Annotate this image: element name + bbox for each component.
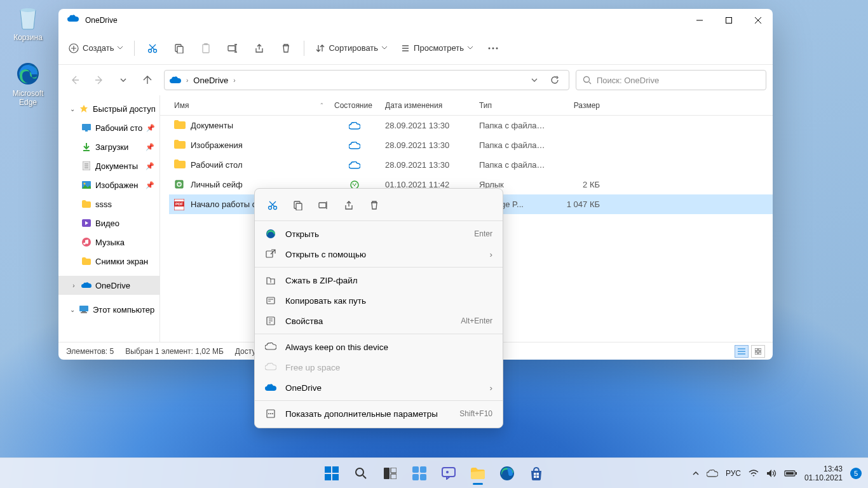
cm-copy-button[interactable]	[288, 195, 308, 215]
cm-always-keep[interactable]: Always keep on this device	[255, 337, 503, 357]
sidebar-item-screenshots[interactable]: Снимки экран	[58, 252, 159, 271]
widgets-button[interactable]	[407, 461, 432, 486]
back-button[interactable]	[65, 70, 85, 90]
sidebar-this-pc[interactable]: ⌄ Этот компьютер	[58, 300, 159, 319]
minimize-button[interactable]	[685, 10, 714, 30]
tray-battery[interactable]	[784, 470, 797, 477]
cm-onedrive[interactable]: OneDrive ›	[255, 377, 503, 398]
cm-properties[interactable]: Свойства Alt+Enter	[255, 311, 503, 331]
notifications-badge[interactable]: 5	[850, 468, 862, 479]
cm-delete-button[interactable]	[364, 195, 384, 215]
sort-button[interactable]: Сортировать	[309, 37, 393, 60]
sidebar-item-documents[interactable]: Документы📌	[58, 156, 159, 175]
start-button[interactable]	[319, 461, 344, 486]
up-button[interactable]	[137, 70, 158, 90]
file-row[interactable]: Документы 28.09.2021 13:30 Папка с файла…	[169, 116, 773, 135]
sidebar-item-pictures[interactable]: Изображен📌	[58, 175, 159, 194]
sidebar-item-desktop[interactable]: Рабочий сто📌	[58, 118, 159, 137]
sort-indicator-icon: ⌃	[320, 102, 324, 108]
view-button[interactable]: Просмотреть	[395, 37, 479, 60]
copy-icon	[174, 43, 184, 53]
recent-button[interactable]	[113, 70, 133, 90]
store-button[interactable]	[524, 461, 549, 486]
breadcrumb-item[interactable]: OneDrive	[193, 76, 228, 85]
thumbnails-view-button[interactable]	[751, 345, 765, 358]
svg-rect-100	[537, 475, 539, 478]
details-view-button[interactable]	[735, 345, 749, 358]
sidebar-item-videos[interactable]: Видео	[58, 214, 159, 233]
tray-volume[interactable]	[766, 469, 776, 478]
cm-open-with[interactable]: Открыть с помощью ›	[255, 244, 503, 264]
desktop-icon-recycle-bin[interactable]: Корзина	[5, 5, 51, 42]
rename-button[interactable]	[220, 37, 245, 60]
svg-rect-91	[420, 466, 426, 473]
tray-clock[interactable]: 13:43 01.10.2021	[804, 464, 843, 482]
close-button[interactable]	[743, 10, 773, 30]
tray-language[interactable]: РУС	[726, 469, 741, 478]
cm-cut-button[interactable]	[262, 195, 283, 215]
separator	[255, 400, 503, 401]
desktop-icon-edge[interactable]: Microsoft Edge	[5, 61, 51, 107]
file-status	[329, 161, 380, 169]
share-button[interactable]	[247, 37, 272, 60]
column-name[interactable]: Имя⌃	[169, 101, 329, 110]
refresh-icon	[550, 76, 559, 85]
file-name: Рабочий стол	[191, 160, 243, 170]
svg-rect-87	[384, 468, 390, 479]
cm-open[interactable]: Открыть Enter	[255, 224, 503, 244]
delete-button[interactable]	[273, 37, 299, 60]
cm-copy-path[interactable]: Копировать как путь	[255, 290, 503, 311]
file-row[interactable]: Рабочий стол 28.09.2021 13:30 Папка с фа…	[169, 155, 773, 175]
column-modified[interactable]: Дата изменения	[380, 101, 474, 110]
tray-onedrive[interactable]	[707, 470, 718, 477]
copy-button[interactable]	[166, 37, 192, 60]
scissors-icon	[268, 200, 278, 210]
properties-icon	[265, 315, 276, 327]
sidebar-onedrive[interactable]: › OneDrive	[58, 276, 159, 295]
sidebar-item-music[interactable]: Музыка	[58, 233, 159, 252]
column-size[interactable]: Размер	[552, 101, 605, 110]
titlebar[interactable]: OneDrive	[58, 9, 773, 32]
cm-share-button[interactable]	[339, 195, 359, 215]
sidebar-quick-access[interactable]: ⌄ Быстрый доступ	[58, 99, 159, 118]
file-row[interactable]: Изображения 28.09.2021 13:30 Папка с фай…	[169, 135, 773, 155]
onedrive-icon	[265, 382, 276, 393]
new-button[interactable]: Создать	[62, 37, 129, 60]
search-input[interactable]: Поиск: OneDrive	[576, 70, 766, 90]
paste-button[interactable]	[193, 37, 219, 60]
sidebar-item-folder[interactable]: ssss	[58, 194, 159, 214]
breadcrumb-dropdown[interactable]	[526, 71, 543, 89]
cm-zip[interactable]: Сжать в ZIP-файл	[255, 270, 503, 290]
search-button[interactable]	[348, 461, 374, 486]
cm-show-more[interactable]: Показать дополнительные параметры Shift+…	[255, 403, 503, 424]
tray-wifi[interactable]	[749, 470, 759, 477]
more-button[interactable]	[480, 37, 506, 60]
file-status	[329, 142, 380, 149]
folder-icon	[81, 256, 92, 266]
edge-taskbar-button[interactable]	[494, 461, 520, 486]
rename-icon	[318, 200, 329, 210]
cm-rename-button[interactable]	[313, 195, 334, 215]
tray-chevron-up[interactable]	[693, 471, 699, 475]
pin-icon: 📌	[146, 124, 155, 132]
onedrive-icon	[707, 470, 718, 477]
navigation-row: › OneDrive › Поиск: OneDrive	[58, 65, 773, 95]
maximize-button[interactable]	[714, 10, 743, 30]
explorer-button[interactable]	[465, 461, 491, 486]
column-status[interactable]: Состояние	[329, 101, 380, 110]
folder-icon	[81, 199, 92, 209]
chat-button[interactable]	[436, 461, 461, 486]
svg-rect-70	[267, 297, 275, 304]
task-view-button[interactable]	[377, 461, 403, 486]
svg-rect-14	[177, 46, 183, 53]
breadcrumb[interactable]: › OneDrive ›	[164, 70, 569, 90]
list-icon	[401, 44, 410, 53]
cut-button[interactable]	[140, 37, 165, 60]
forward-button[interactable]	[89, 70, 109, 90]
volume-icon	[766, 469, 776, 478]
chevron-up-icon	[693, 471, 699, 475]
refresh-button[interactable]	[546, 71, 564, 89]
column-type[interactable]: Тип	[474, 101, 552, 110]
sidebar-item-downloads[interactable]: Загрузки📌	[58, 137, 159, 156]
file-status	[329, 122, 380, 130]
